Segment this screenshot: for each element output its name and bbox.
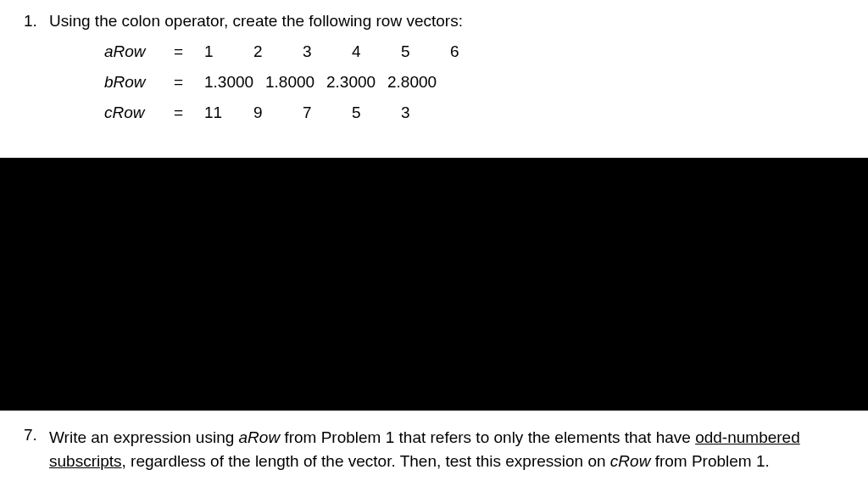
problem-7-number: 7. [24, 426, 49, 444]
problem-1-number: 1. [24, 12, 49, 31]
brow-v3: 2.8000 [387, 73, 448, 92]
p7-odd: odd-numbered [695, 428, 800, 446]
brow-name: bRow [104, 73, 174, 92]
arow-values: 1 2 3 4 5 6 [204, 42, 499, 61]
arow-equals: = [174, 42, 204, 61]
problem-1-section: 1. Using the colon operator, create the … [0, 0, 868, 149]
brow-values: 1.3000 1.8000 2.3000 2.8000 [204, 73, 448, 92]
brow-line: bRow = 1.3000 1.8000 2.3000 2.8000 [24, 73, 844, 92]
p7-arow: aRow [239, 428, 281, 446]
brow-v1: 1.8000 [265, 73, 326, 92]
crow-name: cRow [104, 103, 174, 122]
crow-v3: 5 [352, 103, 401, 122]
p7-part8: from Problem 1. [650, 452, 769, 470]
p7-part1: Write an expression using [49, 428, 239, 446]
crow-v0: 11 [204, 103, 253, 122]
p7-part6: , regardless of the length of the vector… [122, 452, 610, 470]
problem-1-header: 1. Using the colon operator, create the … [24, 12, 844, 31]
arow-v2: 3 [303, 42, 352, 61]
p7-crow: cRow [610, 452, 651, 470]
brow-equals: = [174, 73, 204, 92]
redacted-region [0, 158, 868, 411]
problem-1-text: Using the colon operator, create the fol… [49, 12, 844, 31]
crow-equals: = [174, 103, 204, 122]
problem-7-header: 7. Write an expression using aRow from P… [24, 426, 844, 472]
crow-v2: 7 [303, 103, 352, 122]
arow-name: aRow [104, 42, 174, 61]
crow-v4: 3 [401, 103, 450, 122]
arow-line: aRow = 1 2 3 4 5 6 [24, 42, 844, 61]
arow-v0: 1 [204, 42, 253, 61]
arow-v3: 4 [352, 42, 401, 61]
crow-v1: 9 [253, 103, 303, 122]
arow-v5: 6 [450, 42, 499, 61]
crow-values: 11 9 7 5 3 [204, 103, 450, 122]
p7-subscripts: subscripts [49, 452, 122, 470]
brow-v2: 2.3000 [326, 73, 387, 92]
problem-7-section: 7. Write an expression using aRow from P… [0, 411, 868, 483]
problem-7-text: Write an expression using aRow from Prob… [49, 426, 844, 472]
brow-v0: 1.3000 [204, 73, 265, 92]
arow-v1: 2 [253, 42, 303, 61]
p7-part3: from Problem 1 that refers to only the e… [280, 428, 695, 446]
arow-v4: 5 [401, 42, 450, 61]
crow-line: cRow = 11 9 7 5 3 [24, 103, 844, 122]
